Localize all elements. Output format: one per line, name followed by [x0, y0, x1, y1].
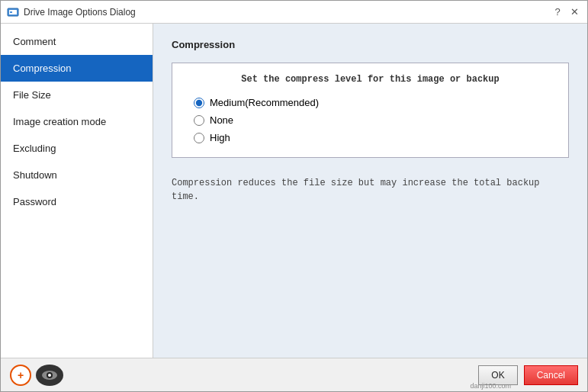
cancel-button[interactable]: Cancel	[524, 365, 578, 385]
compression-options: Medium(Recommended) None High	[188, 94, 553, 146]
radio-high[interactable]: High	[194, 132, 547, 143]
sidebar: Comment Compression File Size Image crea…	[1, 24, 153, 358]
radio-none-label: None	[210, 114, 233, 126]
section-title: Compression	[172, 39, 569, 50]
compression-subtitle: Set the compress level for this image or…	[188, 74, 553, 85]
compression-box: Set the compress level for this image or…	[172, 63, 569, 158]
close-button[interactable]: ✕	[567, 5, 581, 19]
watermark: danji100.com	[470, 382, 511, 390]
radio-medium[interactable]: Medium(Recommended)	[194, 97, 547, 108]
window-controls: ? ✕	[551, 5, 581, 19]
window-title: Drive Image Options Dialog	[24, 7, 551, 18]
svg-rect-2	[10, 11, 12, 13]
radio-none-input[interactable]	[194, 115, 204, 126]
dialog-window: Drive Image Options Dialog ? ✕ Comment C…	[0, 0, 588, 392]
sidebar-item-image-creation-mode[interactable]: Image creation mode	[1, 108, 153, 135]
dialog-footer: + danji100.com OK Cancel	[1, 358, 587, 391]
radio-medium-input[interactable]	[194, 98, 204, 108]
title-bar: Drive Image Options Dialog ? ✕	[1, 1, 587, 24]
radio-high-label: High	[210, 132, 230, 143]
footer-left-icons: +	[10, 365, 63, 386]
help-button[interactable]: ?	[551, 5, 564, 19]
radio-high-input[interactable]	[194, 133, 204, 143]
sidebar-item-comment[interactable]: Comment	[1, 28, 153, 55]
plus-circle-icon[interactable]: +	[10, 365, 31, 386]
main-content: Compression Set the compress level for t…	[153, 24, 587, 358]
sidebar-item-shutdown[interactable]: Shutdown	[1, 162, 153, 188]
dialog-body: Comment Compression File Size Image crea…	[1, 24, 587, 358]
eye-icon[interactable]	[36, 365, 63, 386]
sidebar-item-compression[interactable]: Compression	[1, 55, 153, 82]
svg-point-5	[48, 374, 51, 377]
radio-medium-label: Medium(Recommended)	[210, 97, 319, 108]
sidebar-item-password[interactable]: Password	[1, 188, 153, 215]
radio-none[interactable]: None	[194, 114, 547, 126]
sidebar-item-excluding[interactable]: Excluding	[1, 135, 153, 162]
app-icon	[7, 6, 19, 18]
compression-note: Compression reduces the file size but ma…	[172, 176, 569, 204]
sidebar-item-file-size[interactable]: File Size	[1, 82, 153, 108]
